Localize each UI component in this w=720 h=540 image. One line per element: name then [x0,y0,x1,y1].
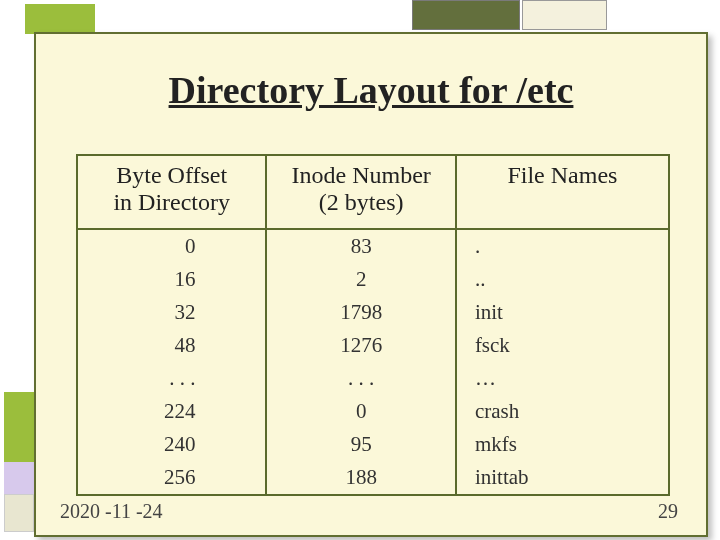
table-body: 0 83 . 16 2 .. 32 1798 init [77,229,669,495]
cell-name: . [456,229,669,263]
col-header-inode: Inode Number (2 bytes) [266,155,455,229]
cell-offset: 32 [77,296,266,329]
cell-inode: 188 [266,461,455,495]
cell-name: mkfs [456,428,669,461]
decor-square-olive-top [412,0,520,30]
table-row: 16 2 .. [77,263,669,296]
table-header-row: Byte Offset in Directory Inode Number (2… [77,155,669,229]
table-row: 240 95 mkfs [77,428,669,461]
cell-name: init [456,296,669,329]
decor-square-tan-top [522,0,607,30]
footer-page-number: 29 [658,500,678,523]
cell-name: .. [456,263,669,296]
slide-card: Directory Layout for /etc Byte Offset in… [34,32,708,537]
cell-offset: . . . [77,362,266,395]
cell-inode: . . . [266,362,455,395]
col-header-name-l1: File Names [461,162,664,189]
cell-offset: 16 [77,263,266,296]
table-row: 0 83 . [77,229,669,263]
cell-name: crash [456,395,669,428]
cell-offset: 224 [77,395,266,428]
cell-inode: 83 [266,229,455,263]
table-row: 256 188 inittab [77,461,669,495]
cell-inode: 0 [266,395,455,428]
cell-inode: 2 [266,263,455,296]
cell-inode: 1798 [266,296,455,329]
col-header-name: File Names [456,155,669,229]
cell-offset: 240 [77,428,266,461]
cell-name: … [456,362,669,395]
cell-offset: 0 [77,229,266,263]
cell-inode: 1276 [266,329,455,362]
cell-offset: 48 [77,329,266,362]
cell-name: inittab [456,461,669,495]
table-row: . . . . . . … [77,362,669,395]
slide-title: Directory Layout for /etc [36,68,706,112]
cell-inode: 95 [266,428,455,461]
col-header-inode-l1: Inode Number [271,162,450,189]
directory-table: Byte Offset in Directory Inode Number (2… [76,154,670,496]
col-header-offset-l2: in Directory [82,189,261,216]
col-header-inode-l2: (2 bytes) [271,189,450,216]
decor-square-green-left [4,392,34,462]
col-header-offset: Byte Offset in Directory [77,155,266,229]
col-header-offset-l1: Byte Offset [82,162,261,189]
table-row: 32 1798 init [77,296,669,329]
cell-offset: 256 [77,461,266,495]
footer-date: 2020 -11 -24 [60,500,163,523]
decor-square-green-top [25,4,95,34]
table-row: 224 0 crash [77,395,669,428]
decor-square-lavender-left [4,462,34,494]
cell-name: fsck [456,329,669,362]
decor-square-tan-left [4,494,34,532]
directory-table-wrap: Byte Offset in Directory Inode Number (2… [76,154,670,496]
table-row: 48 1276 fsck [77,329,669,362]
